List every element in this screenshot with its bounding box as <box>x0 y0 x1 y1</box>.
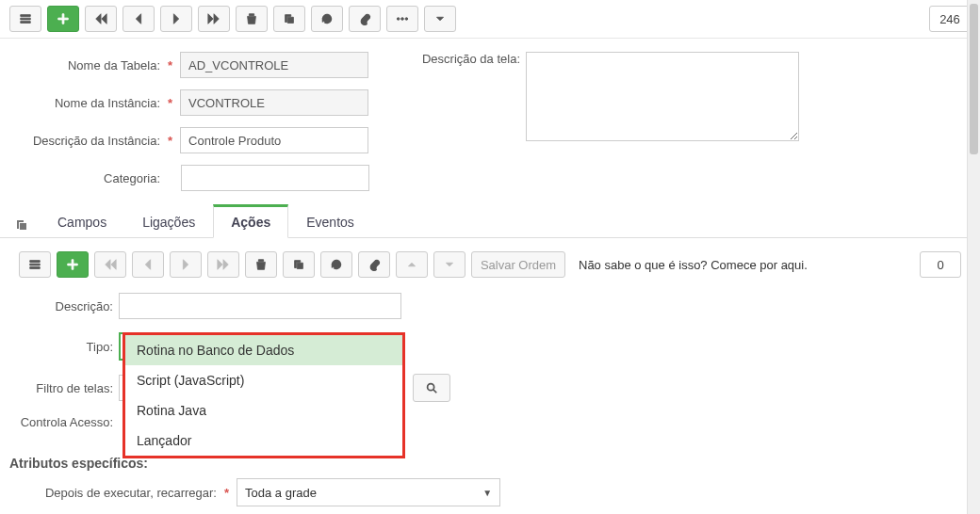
select-depois-executar[interactable]: Toda a grade <box>237 478 500 506</box>
toolbar-top: 246 <box>0 0 980 39</box>
search-button[interactable] <box>413 374 450 402</box>
form-header: Nome da Tabela: * Nome da Instância: * D… <box>0 39 980 195</box>
add-button[interactable] <box>47 6 79 32</box>
record-counter: 246 <box>929 6 971 32</box>
refresh-button-inner[interactable] <box>320 251 352 278</box>
salvar-ordem-button[interactable]: Salvar Ordem <box>471 251 565 278</box>
tipo-option-2[interactable]: Rotina Java <box>125 395 402 426</box>
more-button[interactable] <box>386 6 418 32</box>
label-tipo: Tipo: <box>9 340 113 354</box>
tipo-dropdown: Rotina no Banco de Dados Script (JavaScr… <box>122 332 405 458</box>
delete-button[interactable] <box>236 6 268 32</box>
move-down-button[interactable] <box>433 251 466 278</box>
move-up-button[interactable] <box>396 251 428 278</box>
tabs: Campos Ligações Ações Eventos <box>0 204 980 238</box>
label-controla-acesso: Controla Acesso: <box>9 415 113 429</box>
dropdown-toggle[interactable] <box>424 6 456 32</box>
label-descr-tela: Descrição da tela: <box>407 52 520 66</box>
tab-acoes[interactable]: Ações <box>213 204 288 238</box>
first-button[interactable] <box>85 6 117 32</box>
label-nome-instancia: Nome da Instância: <box>19 96 160 110</box>
prev-button-inner[interactable] <box>132 251 164 278</box>
tab-ligacoes[interactable]: Ligações <box>124 206 213 237</box>
attach-button-inner[interactable] <box>358 251 390 278</box>
duplicate-button[interactable] <box>273 6 305 32</box>
label-descricao: Descrição: <box>9 299 113 313</box>
tab-eventos[interactable]: Eventos <box>288 206 372 237</box>
input-categoria[interactable] <box>181 165 369 191</box>
input-descr-instancia[interactable] <box>180 127 368 153</box>
required-mark: * <box>166 96 174 110</box>
svg-point-1 <box>401 18 404 21</box>
input-descricao[interactable] <box>119 293 401 319</box>
next-button-inner[interactable] <box>170 251 202 278</box>
list-button[interactable] <box>9 6 41 32</box>
label-nome-tabela: Nome da Tabela: <box>19 58 160 72</box>
duplicate-button-inner[interactable] <box>283 251 315 278</box>
label-depois-executar: Depois de executar, recarregar: <box>9 486 217 500</box>
label-categoria: Categoria: <box>19 171 160 185</box>
svg-point-2 <box>405 18 408 21</box>
delete-button-inner[interactable] <box>245 251 277 278</box>
tipo-option-3[interactable]: Lançador <box>125 426 402 456</box>
first-button-inner[interactable] <box>94 251 126 278</box>
tipo-option-1[interactable]: Script (JavaScript) <box>125 365 402 395</box>
svg-point-0 <box>397 18 400 21</box>
prev-button[interactable] <box>122 6 155 32</box>
tab-campos[interactable]: Campos <box>40 206 124 237</box>
required-mark: * <box>166 134 174 148</box>
svg-point-3 <box>428 384 434 391</box>
refresh-button[interactable] <box>311 6 343 32</box>
scrollbar-thumb[interactable] <box>970 4 978 154</box>
last-button-inner[interactable] <box>207 251 239 278</box>
label-filtro-telas: Filtro de telas: <box>9 381 113 395</box>
next-button[interactable] <box>160 6 192 32</box>
form-lower: Depois de executar, recarregar: * Toda a… <box>0 473 980 514</box>
add-button-inner[interactable] <box>57 251 89 278</box>
attach-button[interactable] <box>349 6 381 32</box>
scrollbar[interactable] <box>967 0 980 514</box>
required-mark: * <box>166 58 174 72</box>
textarea-descr-tela[interactable] <box>526 52 799 141</box>
input-nome-instancia[interactable] <box>180 89 368 116</box>
label-descr-instancia: Descrição da Instância: <box>19 134 160 148</box>
tipo-option-0[interactable]: Rotina no Banco de Dados <box>125 335 402 365</box>
last-button[interactable] <box>198 6 230 32</box>
toolbar-inner: Salvar Ordem Não sabe o que é isso? Come… <box>9 246 971 283</box>
list-button-inner[interactable] <box>19 251 51 278</box>
input-nome-tabela[interactable] <box>180 52 368 78</box>
record-counter-inner: 0 <box>920 251 961 278</box>
required-mark: * <box>222 486 231 500</box>
copy-icon[interactable] <box>9 213 34 237</box>
help-text[interactable]: Não sabe o que é isso? Comece por aqui. <box>579 258 808 272</box>
